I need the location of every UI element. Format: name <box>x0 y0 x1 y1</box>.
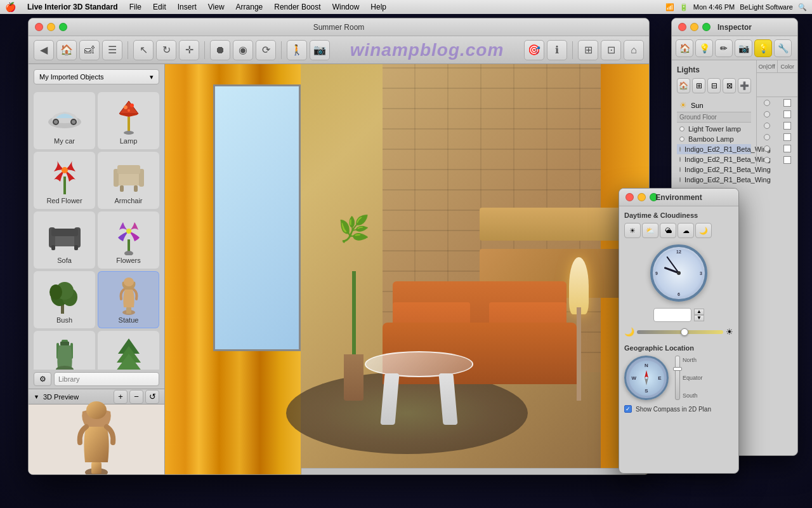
menu-help[interactable]: Help <box>365 1 391 13</box>
inspector-close-button[interactable] <box>678 23 686 31</box>
view-3d-button[interactable]: ⊡ <box>601 40 621 60</box>
search-menubar-icon[interactable]: 🔍 <box>798 3 807 11</box>
render-btn-1[interactable]: 🎯 <box>524 40 544 60</box>
light-color-1[interactable] <box>778 109 798 119</box>
select-tool[interactable]: ↖ <box>133 40 154 60</box>
object-great-tree[interactable]: Great Tree <box>98 331 159 370</box>
apple-menu[interactable]: 🍎 <box>5 2 16 12</box>
env-btn-2[interactable]: ⛅ <box>642 223 658 238</box>
toggle-4[interactable] <box>764 145 770 152</box>
toggle-1[interactable] <box>764 111 770 117</box>
light-btn-add[interactable]: ➕ <box>738 78 751 93</box>
toggle-2[interactable] <box>764 123 770 129</box>
object-armchair[interactable]: Armchair <box>98 152 159 209</box>
minimize-button[interactable] <box>47 23 55 31</box>
move-tool[interactable]: ✛ <box>179 40 199 60</box>
color-box-1[interactable] <box>783 110 791 118</box>
light-color-0[interactable] <box>778 97 798 108</box>
color-box-3[interactable] <box>783 133 791 141</box>
menu-insert[interactable]: Insert <box>173 1 202 13</box>
record-button[interactable]: ⏺ <box>210 40 230 60</box>
object-bush[interactable]: Bush <box>34 271 95 328</box>
toggle-5[interactable] <box>764 157 770 163</box>
light-item-5[interactable]: Indigo_Ed2_R1_Beta_Wing <box>677 175 751 185</box>
menu-edit[interactable]: Edit <box>148 1 171 13</box>
light-onoff-2[interactable] <box>757 120 778 131</box>
menu-render-boost[interactable]: Render Boost <box>269 1 325 13</box>
light-btn-4[interactable]: ⊠ <box>723 78 736 93</box>
object-statue[interactable]: Statue <box>98 271 159 328</box>
object-lamp[interactable]: Lamp <box>98 92 159 149</box>
light-item-3[interactable]: Indigo_Ed2_R1_Beta_Wing <box>677 154 751 164</box>
object-flowers[interactable]: Flowers <box>98 211 159 269</box>
env-btn-1[interactable]: ☀ <box>624 223 641 238</box>
env-close-button[interactable] <box>625 193 634 201</box>
menu-view[interactable]: View <box>203 1 230 13</box>
light-btn-1[interactable]: 🏠 <box>677 78 690 93</box>
show-compass-checkbox[interactable]: ✓ <box>624 405 632 413</box>
insp-btn-edit[interactable]: ✏ <box>715 39 733 57</box>
light-btn-3[interactable]: ⊟ <box>707 78 721 93</box>
light-onoff-0[interactable] <box>757 97 778 108</box>
gear-settings-button[interactable]: ⚙ <box>34 372 51 386</box>
rotate-tool[interactable]: ↻ <box>156 40 176 60</box>
insp-btn-house[interactable]: 🏠 <box>676 39 693 57</box>
light-item-0[interactable]: Light Tower lamp <box>677 124 751 134</box>
color-box-5[interactable] <box>783 156 791 164</box>
light-color-5[interactable] <box>778 154 798 165</box>
3d-view[interactable]: 🌿 <box>165 64 649 474</box>
color-box-0[interactable] <box>783 99 791 107</box>
env-btn-3[interactable]: 🌥 <box>660 223 676 238</box>
view-2d-button[interactable]: ⊞ <box>578 40 598 60</box>
light-item-4[interactable]: Indigo_Ed2_R1_Beta_Wing <box>677 164 751 175</box>
time-step-down[interactable]: ▼ <box>694 315 704 321</box>
slider-thumb[interactable] <box>681 328 688 336</box>
object-my-car[interactable]: My car <box>34 92 95 149</box>
menu-window[interactable]: Window <box>327 1 365 13</box>
library-search-input[interactable] <box>54 372 159 386</box>
time-step-up[interactable]: ▲ <box>694 309 704 315</box>
flip-button[interactable]: ⟳ <box>256 40 276 60</box>
object-sofa[interactable]: Sofa <box>34 211 95 269</box>
light-onoff-4[interactable] <box>757 143 778 154</box>
toggle-3[interactable] <box>764 134 770 140</box>
zoom-out-button[interactable]: − <box>129 390 143 404</box>
env-btn-4[interactable]: ☁ <box>678 223 694 238</box>
brightness-slider[interactable] <box>637 330 723 334</box>
light-onoff-3[interactable] <box>757 131 778 142</box>
light-onoff-5[interactable] <box>757 154 778 165</box>
insp-btn-settings[interactable]: 🔧 <box>774 39 792 57</box>
objects-button[interactable]: 🏠 <box>56 40 77 60</box>
inspector-min-button[interactable] <box>690 23 698 31</box>
list-button[interactable]: ☰ <box>102 40 122 60</box>
lat-thumb[interactable] <box>673 367 682 371</box>
menu-arrange[interactable]: Arrange <box>231 1 268 13</box>
menu-file[interactable]: File <box>124 1 147 13</box>
env-min-button[interactable] <box>638 193 646 201</box>
maximize-button[interactable] <box>59 23 67 31</box>
light-color-4[interactable] <box>778 143 798 154</box>
camera-button[interactable]: 📷 <box>310 40 330 60</box>
light-item-1[interactable]: Bamboo Lamp <box>677 134 751 144</box>
category-dropdown[interactable]: My Imported Objects ▾ <box>34 69 159 84</box>
info-button[interactable]: ℹ <box>547 40 567 60</box>
latitude-slider[interactable] <box>675 356 680 400</box>
env-btn-5[interactable]: 🌙 <box>695 223 712 238</box>
furniture-button[interactable]: 🛋 <box>79 40 100 60</box>
walk-tool[interactable]: 🚶 <box>287 40 307 60</box>
app-name[interactable]: Live Interior 3D Standard <box>22 1 123 13</box>
color-box-2[interactable] <box>783 122 791 130</box>
object-red-flower[interactable]: Red Flower <box>34 152 95 209</box>
light-btn-2[interactable]: ⊞ <box>692 78 705 93</box>
light-item-2[interactable]: Indigo_Ed2_R1_Beta_Wing <box>677 144 751 154</box>
light-color-2[interactable] <box>778 120 798 131</box>
back-button[interactable]: ◀ <box>34 40 54 60</box>
inspector-max-button[interactable] <box>702 23 710 31</box>
light-color-3[interactable] <box>778 131 798 142</box>
insp-btn-light[interactable]: 💡 <box>695 39 713 57</box>
horizontal-scrollbar[interactable] <box>301 468 649 474</box>
view-button[interactable]: ◉ <box>233 40 253 60</box>
object-vase[interactable]: Vase <box>34 331 95 370</box>
insp-btn-camera[interactable]: 📷 <box>735 39 752 57</box>
time-input[interactable]: 18:54 <box>653 308 691 322</box>
